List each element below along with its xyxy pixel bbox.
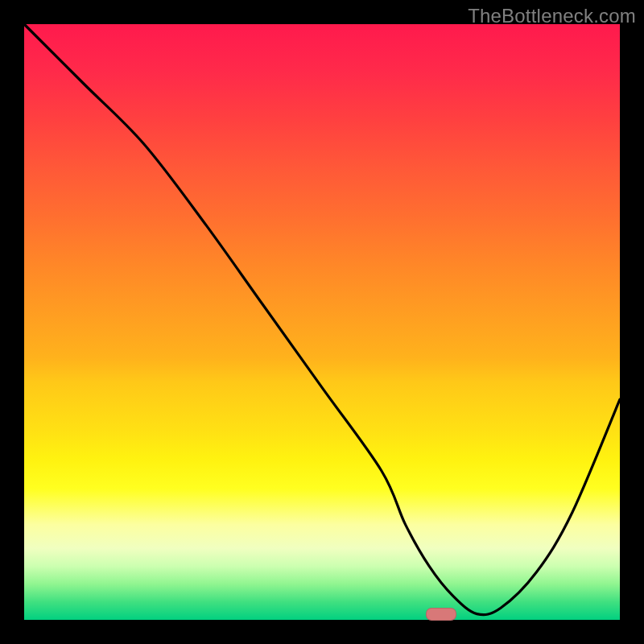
chart-frame: TheBottleneck.com [0, 0, 644, 644]
bottleneck-curve [24, 24, 620, 620]
plot-area [24, 24, 620, 620]
watermark-text: TheBottleneck.com [468, 5, 636, 27]
optimal-marker [426, 608, 456, 621]
